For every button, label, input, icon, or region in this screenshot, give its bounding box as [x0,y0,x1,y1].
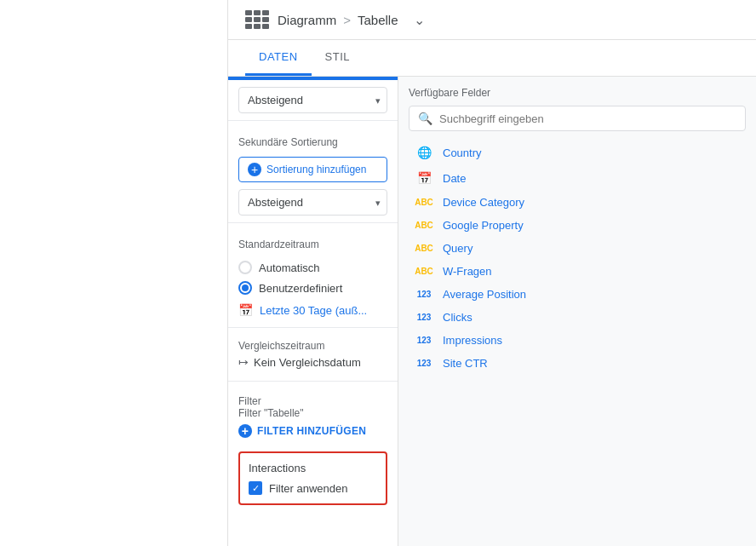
add-filter-label: FILTER HINZUFÜGEN [257,425,366,437]
search-box: 🔍 [409,106,746,131]
add-sort-icon: + [248,163,261,176]
filter-subtitle: Filter "Tabelle" [238,407,387,419]
field-item-date[interactable]: 📅 Date [409,165,746,191]
radio-auto[interactable]: Automatisch [238,257,387,278]
sidebar-left [0,0,228,546]
top-bar-accent [228,77,398,80]
field-name-google-property: Google Property [443,219,524,232]
field-type-num-3: 123 [412,335,436,346]
table-icon [245,10,269,29]
field-name-site-ctr: Site CTR [443,357,488,370]
compare-section: Vergleichszeitraum ↦ Kein Vergleichsdatu… [228,335,398,374]
field-type-abc-2: ABC [412,220,436,231]
checkmark-icon: ✓ [252,483,260,494]
field-type-abc-4: ABC [412,266,436,277]
radio-auto-label: Automatisch [259,262,320,274]
field-name-country: Country [443,147,482,159]
breadcrumb-from: Diagramm [278,13,336,27]
sort-select-wrapper: Absteigend ▾ [238,87,387,113]
divider-1 [228,120,398,121]
field-type-num-2: 123 [412,312,436,323]
radio-custom-circle [238,281,252,295]
calendar-icon: 📅 [238,303,253,317]
field-name-query: Query [443,242,472,255]
field-type-num-4: 123 [412,358,436,369]
compare-arrow-icon: ↦ [238,355,249,369]
content-area: Absteigend ▾ Sekundäre Sortierung + Sort… [228,77,756,546]
main-area: Diagramm > Tabelle ⌄ DATEN STIL Absteige… [228,0,756,546]
field-type-abc-3: ABC [412,243,436,254]
field-item-google-property[interactable]: ABC Google Property [409,214,746,237]
settings-panel: Absteigend ▾ Sekundäre Sortierung + Sort… [228,77,398,546]
field-item-device-category[interactable]: ABC Device Category [409,191,746,214]
radio-custom[interactable]: Benutzerdefiniert [238,278,387,298]
compare-item[interactable]: ↦ Kein Vergleichsdatum [238,355,387,369]
fields-panel: Verfügbare Felder 🔍 🌐 Country 📅 Date ABC… [398,77,756,546]
divider-2 [228,222,398,223]
field-item-impressions[interactable]: 123 Impressions [409,329,746,352]
filter-title: Filter [238,395,387,407]
field-name-w-fragen: W-Fragen [443,265,492,278]
field-name-avg-position: Average Position [443,288,526,301]
divider-4 [228,381,398,382]
filter-apply-checkbox[interactable]: ✓ Filter anwenden [249,481,377,495]
field-type-abc-1: ABC [412,197,436,208]
sort-dropdown-2[interactable]: Absteigend [238,189,387,216]
compare-text: Kein Vergleichsdatum [254,356,361,369]
sort-dropdown[interactable]: Absteigend [238,87,387,113]
field-type-num-1: 123 [412,289,436,300]
divider-3 [228,327,398,328]
field-type-geo: 🌐 [412,145,436,160]
add-sort-button[interactable]: + Sortierung hinzufügen [238,157,387,182]
calendar-item[interactable]: 📅 Letzte 30 Tage (auß... [228,300,398,320]
add-filter-icon: + [238,424,252,438]
field-item-query[interactable]: ABC Query [409,237,746,260]
radio-group: Automatisch Benutzerdefiniert [228,256,398,300]
interactions-title: Interactions [249,462,377,474]
radio-auto-circle [238,261,252,274]
field-item-clicks[interactable]: 123 Clicks [409,306,746,329]
sort-select-wrapper-2: Absteigend ▾ [238,189,387,216]
search-input[interactable] [439,112,736,125]
time-range-label: Standardzeitraum [228,230,398,256]
breadcrumb-separator: > [343,13,351,27]
field-name-date: Date [443,172,466,185]
add-filter-button[interactable]: + FILTER HINZUFÜGEN [238,424,387,438]
field-name-clicks: Clicks [443,311,472,324]
compare-label: Vergleichszeitraum [238,340,387,352]
filter-section: Filter Filter "Tabelle" + FILTER HINZUFÜ… [228,388,398,445]
interactions-section: Interactions ✓ Filter anwenden [238,451,387,505]
add-sort-label: Sortierung hinzufügen [266,164,366,175]
field-item-w-fragen[interactable]: ABC W-Fragen [409,260,746,283]
secondary-sort-label: Sekundäre Sortierung [228,128,398,153]
fields-title: Verfügbare Felder [409,87,746,99]
dropdown-arrow-icon[interactable]: ⌄ [414,12,425,28]
tabs-bar: DATEN STIL [228,40,756,77]
checkbox-label: Filter anwenden [269,482,348,495]
search-icon: 🔍 [418,112,432,125]
field-name-device-category: Device Category [443,196,524,209]
breadcrumb-current: Tabelle [358,13,398,27]
field-item-avg-position[interactable]: 123 Average Position [409,283,746,306]
checkbox-icon: ✓ [249,481,262,495]
radio-custom-label: Benutzerdefiniert [259,282,342,295]
breadcrumb: Diagramm > Tabelle [278,13,398,27]
field-item-country[interactable]: 🌐 Country [409,140,746,165]
field-type-date: 📅 [412,170,436,186]
header: Diagramm > Tabelle ⌄ [228,0,756,40]
field-item-site-ctr[interactable]: 123 Site CTR [409,352,746,375]
calendar-text: Letzte 30 Tage (auß... [260,304,367,317]
field-name-impressions: Impressions [443,334,502,347]
tab-stil[interactable]: STIL [312,40,364,76]
tab-daten[interactable]: DATEN [245,40,312,76]
